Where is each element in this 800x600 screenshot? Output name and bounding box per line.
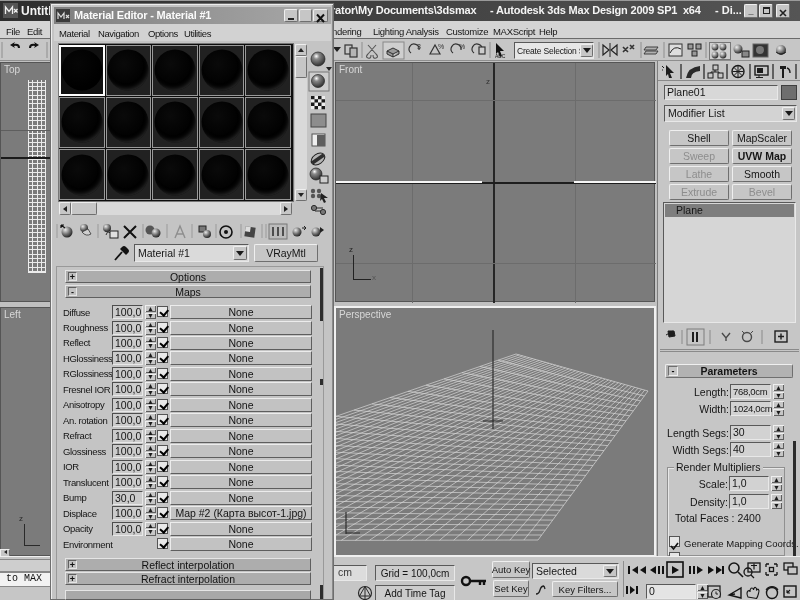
svg-text:%: % <box>459 43 465 50</box>
svg-text:ABC: ABC <box>495 53 506 59</box>
svg-text:3: 3 <box>417 43 421 50</box>
svg-text:%: % <box>438 43 444 50</box>
